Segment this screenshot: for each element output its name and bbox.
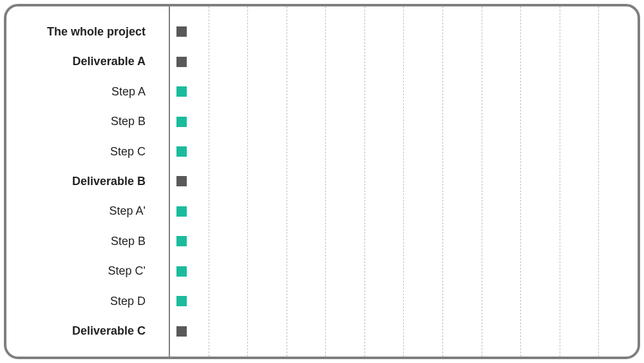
gantt-row [170, 257, 638, 286]
task-label: Deliverable C [6, 317, 169, 346]
task-label: The whole project [6, 17, 169, 46]
gantt-bar-group [176, 176, 187, 186]
gantt-row [170, 77, 638, 106]
task-label: Step B [6, 106, 169, 136]
gantt-bar-step [176, 117, 187, 127]
gantt-bar-step [176, 266, 187, 277]
gantt-row [170, 106, 638, 136]
gantt-frame: The whole project Deliverable A Step A S… [4, 4, 640, 359]
timeline-column [169, 6, 638, 357]
gantt-bar-step [176, 206, 187, 217]
gantt-row [170, 197, 638, 226]
gantt-row [170, 286, 638, 316]
gantt-bar-step [176, 296, 187, 306]
gantt-bar-step [176, 86, 187, 97]
gantt-row [170, 317, 638, 346]
gantt-row [170, 46, 638, 76]
gantt-bar-step [176, 236, 187, 246]
task-label: Step C' [6, 257, 169, 286]
gantt-bar-group [176, 57, 187, 67]
gantt-content: The whole project Deliverable A Step A S… [6, 6, 638, 357]
task-label: Step B [6, 226, 169, 256]
gantt-rows [170, 6, 638, 357]
gantt-row [170, 17, 638, 46]
task-label: Step A' [6, 197, 169, 226]
task-label: Deliverable B [6, 166, 169, 196]
gantt-row [170, 166, 638, 196]
gantt-bar-group [176, 26, 187, 37]
gantt-bar-group [176, 326, 187, 337]
gantt-row [170, 226, 638, 256]
gantt-row [170, 137, 638, 166]
task-label: Step A [6, 77, 169, 106]
task-label: Step C [6, 137, 169, 166]
task-label: Step D [6, 286, 169, 316]
task-label: Deliverable A [6, 46, 169, 76]
task-label-column: The whole project Deliverable A Step A S… [6, 6, 169, 357]
gantt-bar-step [176, 146, 187, 157]
